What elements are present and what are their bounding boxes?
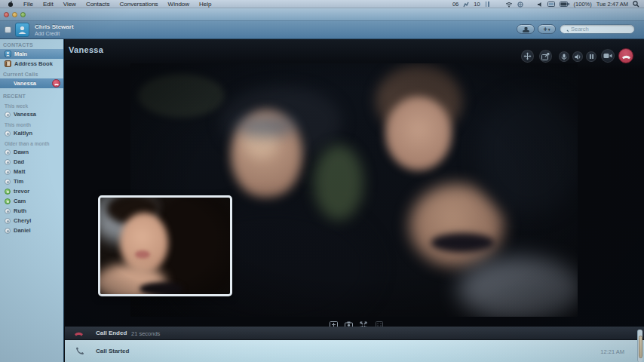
contact-name: Dawn bbox=[14, 149, 29, 155]
menu-bar-left: File Edit View Contacts Conversations Wi… bbox=[0, 1, 212, 8]
move-video-button[interactable] bbox=[521, 50, 534, 63]
contact-row[interactable]: Cam bbox=[0, 196, 63, 206]
display-icon[interactable] bbox=[547, 2, 555, 8]
dialpad-icon bbox=[376, 321, 383, 327]
contact-row[interactable]: Matt bbox=[0, 167, 63, 176]
menu-view[interactable]: View bbox=[63, 1, 76, 8]
minimize-button[interactable] bbox=[12, 12, 17, 17]
hold-call-button[interactable] bbox=[586, 51, 596, 62]
mute-mic-button[interactable] bbox=[559, 51, 569, 62]
search-input[interactable] bbox=[571, 26, 631, 32]
menu-contacts[interactable]: Contacts bbox=[86, 1, 110, 8]
user-name: Chris Stewart bbox=[35, 23, 74, 30]
contact-row[interactable]: Kaitlyn bbox=[0, 128, 63, 138]
call-started-time: 12:21 AM bbox=[600, 348, 624, 355]
wifi-icon[interactable] bbox=[505, 2, 513, 8]
contact-row[interactable]: Vanessa bbox=[0, 109, 63, 119]
pip-vignette bbox=[100, 198, 230, 294]
volume-button[interactable] bbox=[572, 51, 583, 62]
end-call-icon[interactable] bbox=[52, 79, 60, 87]
dialpad-overlay-button[interactable] bbox=[376, 321, 383, 327]
call-ended-icon bbox=[74, 328, 84, 338]
screen: File Edit View Contacts Conversations Wi… bbox=[0, 0, 644, 362]
contact-row[interactable]: Cheryl bbox=[0, 216, 63, 225]
contact-row[interactable]: Dad bbox=[0, 157, 63, 167]
contact-name: Matt bbox=[14, 168, 25, 175]
add-participant-button[interactable] bbox=[330, 321, 338, 327]
microphone-icon bbox=[561, 54, 567, 60]
active-call-name: Vanessa bbox=[5, 80, 36, 87]
group-this-month: This month bbox=[0, 119, 63, 128]
contact-row[interactable]: Daniel bbox=[0, 225, 63, 235]
current-calls-header: Current Calls bbox=[0, 69, 63, 78]
self-video-preview[interactable] bbox=[98, 195, 232, 296]
apple-icon[interactable] bbox=[8, 1, 14, 7]
contact-name: Cam bbox=[14, 198, 26, 204]
avatar[interactable] bbox=[15, 23, 29, 37]
scrollbar-thumb[interactable] bbox=[639, 336, 642, 358]
contact-row[interactable]: trevor bbox=[0, 186, 63, 196]
spotlight-search-icon[interactable] bbox=[633, 1, 639, 8]
chevron-down-icon: ▾ bbox=[548, 27, 550, 32]
sidebar-item-active-call[interactable]: Vanessa bbox=[0, 78, 63, 88]
call-ended-label: Call Ended bbox=[96, 330, 127, 336]
sidebar-item-main[interactable]: Main bbox=[0, 49, 63, 59]
menu-file[interactable]: File bbox=[23, 1, 33, 8]
pause-icon bbox=[589, 54, 594, 60]
volume-icon[interactable] bbox=[537, 2, 543, 8]
camera-icon bbox=[345, 321, 353, 327]
status-offline-icon bbox=[5, 169, 11, 175]
fullscreen-icon bbox=[360, 321, 367, 327]
contact-name: Cheryl bbox=[14, 217, 31, 224]
menu-conversations[interactable]: Conversations bbox=[119, 1, 158, 8]
contact-name: Daniel bbox=[14, 227, 31, 234]
add-contact-button[interactable]: + ▾ bbox=[538, 24, 556, 34]
contact-row[interactable]: Ruth bbox=[0, 206, 63, 216]
menu-bar-clock[interactable]: Tue 2:47 AM bbox=[596, 1, 628, 8]
menu-help[interactable]: Help bbox=[199, 1, 211, 8]
sync-status-icon[interactable] bbox=[442, 2, 448, 8]
call-started-icon bbox=[75, 346, 84, 356]
sidebar-item-address-book[interactable]: Address Book bbox=[0, 59, 63, 69]
end-call-button[interactable] bbox=[618, 48, 633, 63]
contact-row[interactable]: Tim bbox=[0, 176, 63, 186]
menu-edit[interactable]: Edit bbox=[43, 1, 54, 8]
snapshot-button[interactable] bbox=[345, 321, 353, 327]
chat-scrollbar[interactable] bbox=[637, 330, 642, 362]
status-offline-icon bbox=[5, 218, 11, 224]
menu-window[interactable]: Window bbox=[168, 1, 189, 8]
add-credit-link[interactable]: Add Credit bbox=[35, 31, 60, 36]
person-icon bbox=[17, 25, 27, 35]
zoom-button[interactable] bbox=[20, 12, 26, 17]
globe-icon[interactable] bbox=[517, 2, 523, 8]
speaker-icon bbox=[575, 54, 581, 60]
contact-name: Kaitlyn bbox=[14, 130, 32, 137]
dialpad-button[interactable] bbox=[517, 24, 535, 34]
contact-name: Ruth bbox=[14, 207, 26, 214]
screen-share-button[interactable] bbox=[539, 50, 552, 63]
window-title-bar bbox=[0, 8, 644, 21]
page-title: Vanessa bbox=[69, 45, 103, 54]
pause-status-icon[interactable] bbox=[485, 2, 490, 7]
contact-row[interactable]: Dawn bbox=[0, 147, 63, 157]
sidebar: CONTACTS Main Address Book Current Calls… bbox=[0, 39, 64, 362]
call-ended-duration: 21 seconds bbox=[131, 330, 160, 337]
sidebar-item-label: Address Book bbox=[14, 60, 53, 67]
battery-percent[interactable]: (100%) bbox=[574, 1, 592, 8]
end-call-phone-icon bbox=[621, 53, 631, 60]
close-button[interactable] bbox=[4, 12, 9, 17]
status-count-1[interactable]: 06 bbox=[452, 1, 458, 8]
screen-share-icon bbox=[541, 53, 550, 60]
chart-status-icon[interactable] bbox=[463, 2, 469, 8]
video-toggle-button[interactable] bbox=[601, 49, 615, 63]
status-count-2[interactable]: 10 bbox=[474, 1, 480, 8]
contact-name: Dad bbox=[14, 158, 24, 165]
bluetooth-icon[interactable] bbox=[528, 1, 532, 8]
status-offline-icon bbox=[5, 159, 11, 165]
presence-status-icon[interactable] bbox=[5, 26, 11, 33]
group-this-week: This week bbox=[0, 100, 63, 109]
battery-icon[interactable] bbox=[560, 2, 569, 7]
address-book-icon bbox=[5, 60, 11, 67]
contact-name: Vanessa bbox=[14, 111, 36, 118]
fullscreen-button[interactable] bbox=[360, 321, 367, 327]
